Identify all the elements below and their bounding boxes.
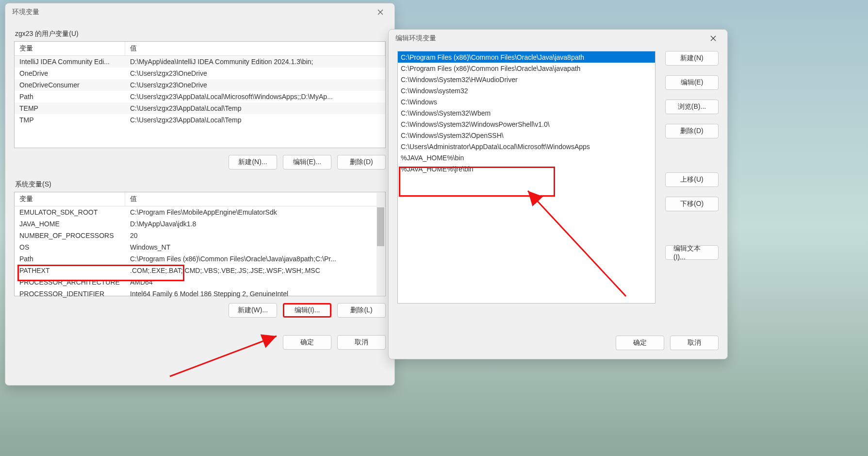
list-item[interactable]: %JAVA_HOME%\bin <box>398 152 655 163</box>
table-row[interactable]: OSWindows_NT <box>15 241 385 253</box>
list-item[interactable]: C:\Windows\system32 <box>398 85 655 96</box>
close-icon[interactable] <box>370 5 391 19</box>
table-row[interactable]: NUMBER_OF_PROCESSORS20 <box>15 230 385 241</box>
var-name: TMP <box>15 116 125 124</box>
user-vars-list[interactable]: 变量 值 IntelliJ IDEA Community Edi...D:\My… <box>14 41 386 148</box>
path-entry: C:\Windows\system32 <box>398 87 655 95</box>
var-name: OneDrive <box>15 69 125 77</box>
table-row[interactable]: PATHEXT.COM;.EXE;.BAT;.CMD;.VBS;.VBE;.JS… <box>15 265 385 276</box>
col-header-val[interactable]: 值 <box>125 42 385 55</box>
path-entry: C:\Program Files (x86)\Common Files\Orac… <box>398 65 655 72</box>
path-edit-text-button[interactable]: 编辑文本(I)... <box>665 245 719 260</box>
var-value: C:\Users\zgx23\OneDrive <box>125 69 385 77</box>
table-row[interactable]: PathC:\Program Files (x86)\Common Files\… <box>15 253 385 265</box>
path-entry: C:\Program Files (x86)\Common Files\Orac… <box>398 53 655 61</box>
var-value: AMD64 <box>125 278 385 286</box>
path-entry: C:\Windows\System32\HWAudioDriver <box>398 76 655 84</box>
close-icon[interactable] <box>703 31 723 46</box>
col-header-var[interactable]: 变量 <box>15 42 125 55</box>
dialog-title: 环境变量 <box>12 8 39 17</box>
user-edit-button[interactable]: 编辑(E)... <box>283 155 331 169</box>
table-row[interactable]: IntelliJ IDEA Community Edi...D:\MyApp\i… <box>15 56 385 68</box>
list-item[interactable]: C:\Program Files (x86)\Common Files\Orac… <box>398 51 655 63</box>
path-entry: %JAVA_HOME%\jre\bin <box>398 165 655 173</box>
path-list[interactable]: C:\Program Files (x86)\Common Files\Orac… <box>397 51 655 304</box>
var-name: IntelliJ IDEA Community Edi... <box>15 58 125 66</box>
sys-new-button[interactable]: 新建(W)... <box>229 303 277 318</box>
var-name: OneDriveConsumer <box>15 81 125 89</box>
edit-env-var-dialog: 编辑环境变量 C:\Program Files (x86)\Common Fil… <box>388 29 728 359</box>
var-value: C:\Users\zgx23\AppData\Local\Temp <box>125 116 385 124</box>
sys-edit-button[interactable]: 编辑(I)... <box>283 303 331 318</box>
var-value: C:\Program Files (x86)\Common Files\Orac… <box>125 255 385 263</box>
table-row[interactable]: PathC:\Users\zgx23\AppData\Local\Microso… <box>15 91 385 102</box>
path-delete-button[interactable]: 删除(D) <box>665 124 719 138</box>
cancel-button[interactable]: 取消 <box>670 336 719 350</box>
var-name: PROCESSOR_ARCHITECTURE <box>15 278 125 286</box>
table-row[interactable]: PROCESSOR_ARCHITECTUREAMD64 <box>15 276 385 288</box>
var-name: Path <box>15 93 125 101</box>
col-header-var[interactable]: 变量 <box>15 192 125 206</box>
list-item[interactable]: %JAVA_HOME%\jre\bin <box>398 163 655 174</box>
path-browse-button[interactable]: 浏览(B)... <box>665 100 719 114</box>
var-name: PROCESSOR_IDENTIFIER <box>15 290 125 298</box>
path-entry: C:\Windows\System32\OpenSSH\ <box>398 132 655 139</box>
path-entry: C:\Windows\System32\Wbem <box>398 109 655 117</box>
var-name: NUMBER_OF_PROCESSORS <box>15 232 125 239</box>
path-entry: %JAVA_HOME%\bin <box>398 154 655 162</box>
var-value: C:\Users\zgx23\AppData\Local\Temp <box>125 104 385 112</box>
user-vars-label: zgx23 的用户变量(U) <box>15 30 386 38</box>
list-item[interactable]: C:\Windows\System32\Wbem <box>398 107 655 118</box>
path-up-button[interactable]: 上移(U) <box>665 172 719 187</box>
titlebar: 编辑环境变量 <box>389 30 727 47</box>
table-row[interactable]: OneDriveConsumerC:\Users\zgx23\OneDrive <box>15 79 385 91</box>
scrollbar-thumb[interactable] <box>377 207 384 246</box>
table-row[interactable]: EMULATOR_SDK_ROOTC:\Program Files\Mobile… <box>15 206 385 218</box>
path-entry: C:\Windows <box>398 98 655 106</box>
table-row[interactable]: OneDriveC:\Users\zgx23\OneDrive <box>15 68 385 79</box>
path-entry: C:\Windows\System32\WindowsPowerShell\v1… <box>398 120 655 128</box>
path-new-button[interactable]: 新建(N) <box>665 51 719 66</box>
list-item[interactable]: C:\Windows <box>398 96 655 107</box>
var-value: C:\Users\zgx23\AppData\Local\Microsoft\W… <box>125 93 385 101</box>
var-value: Windows_NT <box>125 243 385 251</box>
user-new-button[interactable]: 新建(N)... <box>229 155 277 169</box>
ok-button[interactable]: 确定 <box>616 336 664 350</box>
path-entry: C:\Users\Administrator\AppData\Local\Mic… <box>398 143 655 151</box>
var-name: OS <box>15 243 125 251</box>
var-value: D:\MyApp\Java\jdk1.8 <box>125 220 385 228</box>
col-header-val[interactable]: 值 <box>125 192 385 206</box>
sys-vars-list[interactable]: 变量 值 EMULATOR_SDK_ROOTC:\Program Files\M… <box>14 192 386 296</box>
table-row[interactable]: PROCESSOR_IDENTIFIERIntel64 Family 6 Mod… <box>15 288 385 300</box>
list-item[interactable]: C:\Program Files (x86)\Common Files\Orac… <box>398 63 655 74</box>
ok-button[interactable]: 确定 <box>283 335 331 350</box>
var-name: PATHEXT <box>15 267 125 274</box>
scrollbar[interactable] <box>377 193 385 295</box>
var-value: Intel64 Family 6 Model 186 Stepping 2, G… <box>125 290 385 298</box>
var-value: 20 <box>125 232 385 239</box>
sys-vars-label: 系统变量(S) <box>15 180 386 189</box>
table-row[interactable]: JAVA_HOMED:\MyApp\Java\jdk1.8 <box>15 218 385 230</box>
var-value: C:\Program Files\MobileAppEngine\Emulato… <box>125 208 385 216</box>
titlebar: 环境变量 <box>5 3 394 21</box>
cancel-button[interactable]: 取消 <box>337 335 386 350</box>
list-item[interactable]: C:\Windows\System32\WindowsPowerShell\v1… <box>398 118 655 130</box>
table-row[interactable]: TEMPC:\Users\zgx23\AppData\Local\Temp <box>15 102 385 114</box>
list-item[interactable]: C:\Windows\System32\OpenSSH\ <box>398 130 655 141</box>
var-value: C:\Users\zgx23\OneDrive <box>125 81 385 89</box>
var-name: TEMP <box>15 104 125 112</box>
dialog-title: 编辑环境变量 <box>395 34 436 43</box>
var-value: .COM;.EXE;.BAT;.CMD;.VBS;.VBE;.JS;.JSE;.… <box>125 267 385 274</box>
list-item[interactable]: C:\Windows\System32\HWAudioDriver <box>398 74 655 85</box>
env-vars-dialog: 环境变量 zgx23 的用户变量(U) 变量 值 IntelliJ IDEA C… <box>5 3 395 386</box>
user-delete-button[interactable]: 删除(D) <box>337 155 386 169</box>
table-row[interactable]: TMPC:\Users\zgx23\AppData\Local\Temp <box>15 114 385 126</box>
var-name: JAVA_HOME <box>15 220 125 228</box>
var-name: Path <box>15 255 125 263</box>
list-item[interactable]: C:\Users\Administrator\AppData\Local\Mic… <box>398 141 655 152</box>
sys-delete-button[interactable]: 删除(L) <box>337 303 386 318</box>
var-value: D:\MyApp\idea\IntelliJ IDEA Community Ed… <box>125 58 385 66</box>
path-edit-button[interactable]: 编辑(E) <box>665 75 719 90</box>
path-down-button[interactable]: 下移(O) <box>665 197 719 211</box>
var-name: EMULATOR_SDK_ROOT <box>15 208 125 216</box>
